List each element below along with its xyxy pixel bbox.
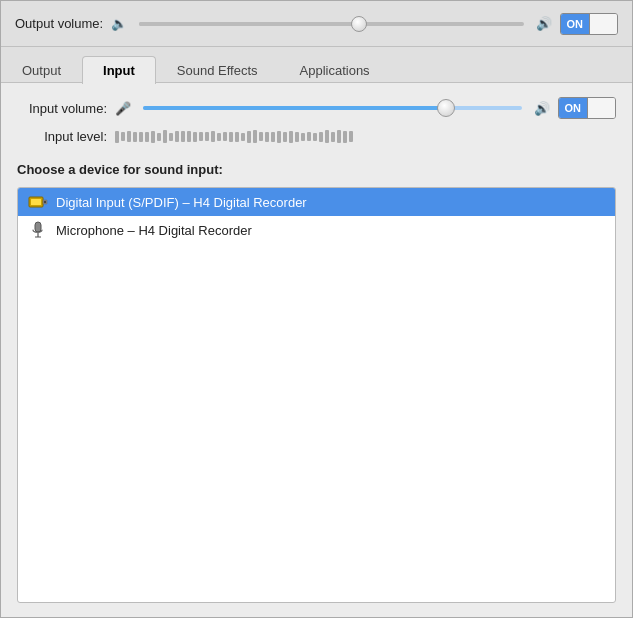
digital-input-icon [28,194,48,210]
input-volume-label: Input volume: [17,101,107,116]
level-bar-5 [145,132,149,142]
level-bar-7 [157,133,161,141]
volume-low-icon: 🔈 [111,16,127,31]
level-bar-33 [313,133,317,141]
level-bar-10 [175,131,179,142]
input-volume-slider[interactable] [143,106,522,110]
tab-input[interactable]: Input [82,56,156,84]
level-bar-1 [121,132,125,141]
output-on-label[interactable]: ON [561,14,590,34]
device-list[interactable]: Digital Input (S/PDIF) – H4 Digital Reco… [17,187,616,603]
level-bar-12 [187,131,191,142]
input-on-label[interactable]: ON [559,98,588,118]
level-bar-24 [259,132,263,141]
sound-preferences-window: Output volume: 🔈 🔊 ON Output Input Sound… [0,0,633,618]
input-level-row: Input level: [17,129,616,144]
level-bar-27 [277,131,281,143]
microphone-icon [28,222,48,238]
level-bar-15 [205,132,209,141]
level-bar-25 [265,132,269,142]
level-bar-26 [271,132,275,142]
level-bar-29 [289,131,293,143]
input-volume-thumb[interactable] [437,99,455,117]
level-bar-38 [343,131,347,143]
level-bar-13 [193,132,197,142]
output-volume-slider[interactable] [139,22,523,26]
output-volume-label: Output volume: [15,16,103,31]
level-bar-17 [217,133,221,141]
level-bar-22 [247,131,251,143]
level-bar-34 [319,132,323,142]
level-bar-6 [151,131,155,143]
device-name-mic: Microphone – H4 Digital Recorder [56,223,252,238]
level-bar-21 [241,133,245,141]
level-bar-16 [211,131,215,142]
device-item-mic[interactable]: Microphone – H4 Digital Recorder [18,216,615,244]
level-bar-11 [181,131,185,142]
level-bar-32 [307,132,311,141]
level-bar-0 [115,131,119,143]
tab-soundeffects[interactable]: Sound Effects [156,56,279,84]
svg-rect-1 [31,199,41,205]
level-bar-14 [199,132,203,141]
level-bar-2 [127,131,131,142]
input-volume-fill [143,106,446,110]
level-bar-37 [337,130,341,143]
tabs-bar: Output Input Sound Effects Applications [1,47,632,83]
volume-high-icon: 🔊 [536,16,552,31]
output-on-toggle[interactable]: ON [560,13,619,35]
output-on-indicator [589,14,617,34]
level-bar-35 [325,130,329,143]
svg-point-3 [44,201,46,203]
tab-applications[interactable]: Applications [279,56,391,84]
level-bar-18 [223,132,227,141]
level-bar-8 [163,130,167,143]
svg-rect-4 [35,222,41,232]
input-vol-high-icon: 🔊 [534,101,550,116]
output-volume-fill [139,22,350,26]
device-name-digital: Digital Input (S/PDIF) – H4 Digital Reco… [56,195,307,210]
level-bar-19 [229,132,233,142]
level-bar-9 [169,133,173,141]
level-bar-36 [331,132,335,142]
level-bar-28 [283,132,287,142]
input-level-label: Input level: [17,129,107,144]
input-volume-row: Input volume: 🎤 🔊 ON [17,97,616,119]
input-on-toggle[interactable]: ON [558,97,617,119]
level-bar-20 [235,132,239,142]
tab-content-input: Input volume: 🎤 🔊 ON Input level: Choose… [1,83,632,617]
level-bar-31 [301,133,305,141]
input-vol-low-icon: 🎤 [115,101,131,116]
level-bar-4 [139,132,143,142]
output-volume-thumb[interactable] [351,16,367,32]
input-level-meter [115,130,616,143]
level-bar-39 [349,131,353,142]
device-item-digital[interactable]: Digital Input (S/PDIF) – H4 Digital Reco… [18,188,615,216]
level-bar-30 [295,132,299,142]
level-bar-23 [253,130,257,143]
input-on-indicator [587,98,615,118]
tab-output[interactable]: Output [1,56,82,84]
output-volume-bar: Output volume: 🔈 🔊 ON [1,1,632,47]
choose-device-label: Choose a device for sound input: [17,162,616,177]
level-bar-3 [133,132,137,142]
